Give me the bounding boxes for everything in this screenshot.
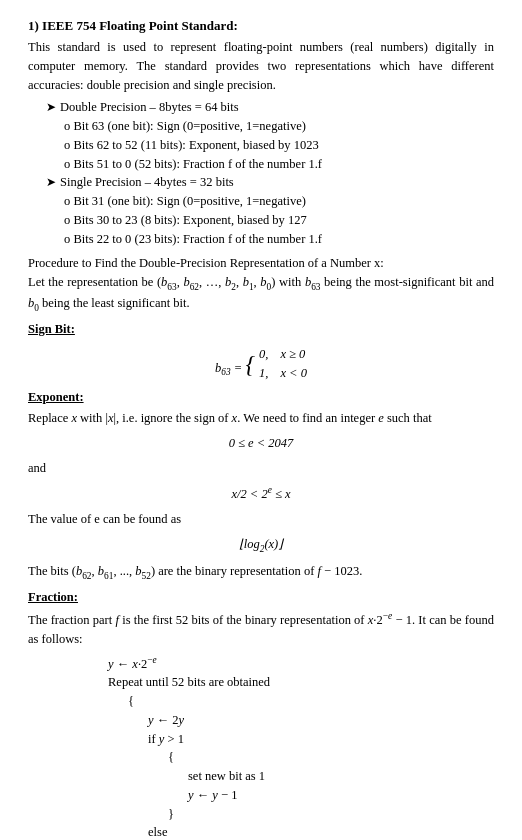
section-title: 1) IEEE 754 Floating Point Standard: <box>28 18 494 34</box>
algo-line-3: { <box>128 692 494 711</box>
arrow-icon: ➤ <box>46 98 56 116</box>
algo-line-8: y ← y − 1 <box>188 786 494 805</box>
algorithm-block: y ← x·2−e Repeat until 52 bits are obtai… <box>108 653 494 840</box>
single-precision-list: Bit 31 (one bit): Sign (0=positive, 1=ne… <box>64 192 494 248</box>
x-ineq: x/2 < 2e ≤ x <box>28 483 494 504</box>
exponent-text: Replace x with |x|, i.e. ignore the sign… <box>28 409 494 428</box>
list-item: Bit 63 (one bit): Sign (0=positive, 1=ne… <box>64 117 494 136</box>
case-cond-2: x < 0 <box>280 364 307 383</box>
and-text: and <box>28 459 494 478</box>
case-row-2: 1, x < 0 <box>259 364 307 383</box>
section-heading: IEEE 754 Floating Point Standard: <box>42 18 238 33</box>
brace-icon: { <box>245 352 255 376</box>
main-content: 1) IEEE 754 Floating Point Standard: Thi… <box>0 0 522 840</box>
double-precision-list: Bit 63 (one bit): Sign (0=positive, 1=ne… <box>64 117 494 173</box>
arrow-icon-2: ➤ <box>46 173 56 191</box>
intro-text: This standard is used to represent float… <box>28 38 494 94</box>
single-precision-items: Bit 31 (one bit): Sign (0=positive, 1=ne… <box>64 192 494 248</box>
algo-else: else <box>148 823 494 840</box>
list-item: Bits 30 to 23 (8 bits): Exponent, biased… <box>64 211 494 230</box>
algo-line-1: y ← x·2−e <box>108 653 494 674</box>
double-precision-item: ➤ Double Precision – 8bytes = 64 bits <box>46 98 494 117</box>
fraction-title: Fraction: <box>28 588 494 607</box>
piecewise-expression: { 0, x ≥ 0 1, x < 0 <box>245 345 306 383</box>
case-row-1: 0, x ≥ 0 <box>259 345 307 364</box>
algo-line-4: y ← 2y <box>148 711 494 730</box>
double-precision-items: Bit 63 (one bit): Sign (0=positive, 1=ne… <box>64 117 494 173</box>
algo-line-6: { <box>168 748 494 767</box>
case-cond-1: x ≥ 0 <box>280 345 305 364</box>
algo-line-7: set new bit as 1 <box>188 767 494 786</box>
case-value-2: 1, <box>259 364 268 383</box>
procedure-text: Procedure to Find the Double-Precision R… <box>28 254 494 273</box>
single-precision-label: Single Precision – 4bytes = 32 bits <box>60 173 234 192</box>
section-number: 1) <box>28 18 39 33</box>
algo-line-2: Repeat until 52 bits are obtained <box>108 673 494 692</box>
let-text: Let the representation be (b63, b62, …, … <box>28 273 494 314</box>
single-precision-item: ➤ Single Precision – 4bytes = 32 bits <box>46 173 494 192</box>
bits-text: The bits (b62, b61, ..., b52) are the bi… <box>28 562 494 583</box>
case-value-1: 0, <box>259 345 268 364</box>
floor-log: ⌊log2(x)⌋ <box>28 535 494 556</box>
list-item: Bits 22 to 0 (23 bits): Fraction f of th… <box>64 230 494 249</box>
section-body: This standard is used to represent float… <box>28 38 494 840</box>
algo-line-5: if y > 1 <box>148 730 494 749</box>
list-item: Bit 31 (one bit): Sign (0=positive, 1=ne… <box>64 192 494 211</box>
piecewise-cases: 0, x ≥ 0 1, x < 0 <box>259 345 307 383</box>
exponent-title: Exponent: <box>28 388 494 407</box>
value-text: The value of e can be found as <box>28 510 494 529</box>
list-item: Bits 62 to 52 (11 bits): Exponent, biase… <box>64 136 494 155</box>
double-precision-label: Double Precision – 8bytes = 64 bits <box>60 98 239 117</box>
exponent-ineq: 0 ≤ e < 2047 <box>28 434 494 453</box>
algo-line-9: } <box>168 805 494 824</box>
fraction-text: The fraction part f is the first 52 bits… <box>28 609 494 649</box>
sign-bit-title: Sign Bit: <box>28 320 494 339</box>
list-item: Bits 51 to 0 (52 bits): Fraction f of th… <box>64 155 494 174</box>
sign-bit-formula: b63 = { 0, x ≥ 0 1, x < 0 <box>28 345 494 383</box>
